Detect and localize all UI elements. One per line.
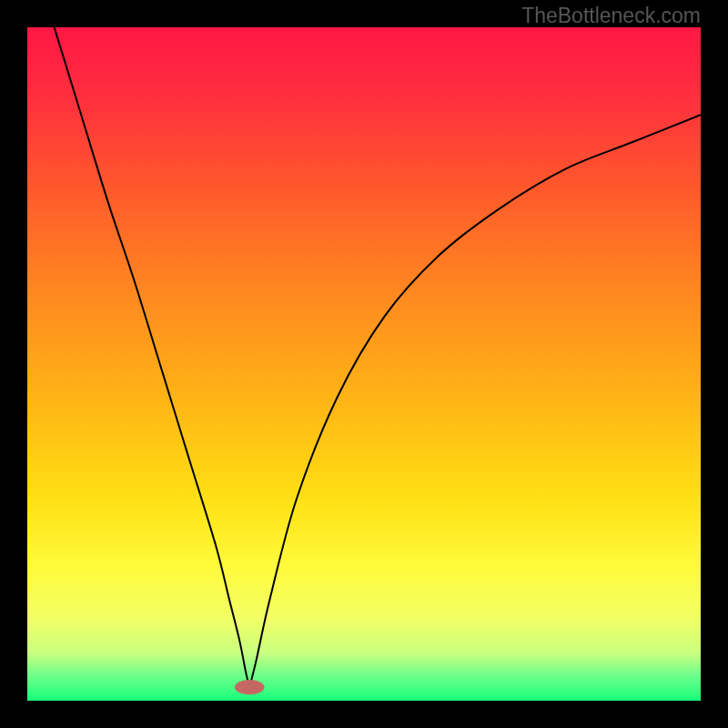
optimal-point-marker — [235, 680, 265, 694]
plot-frame — [27, 27, 701, 701]
chart-svg — [27, 27, 701, 701]
watermark-text: TheBottleneck.com — [521, 4, 701, 28]
gradient-background — [27, 27, 701, 701]
